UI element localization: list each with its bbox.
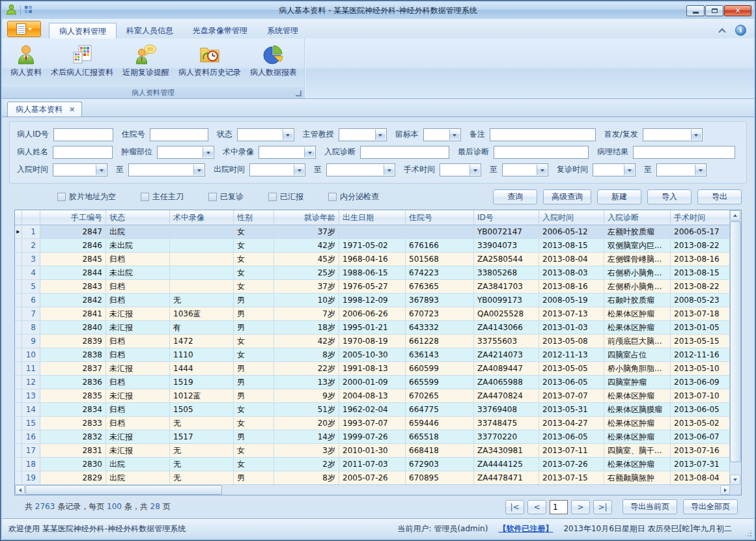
table-cell: 四脑室肿瘤 (604, 376, 671, 389)
pager-next-button[interactable]: > (571, 500, 590, 514)
table-row[interactable]: 42844未出院女25岁1988-06-15674223338052682013… (15, 266, 730, 280)
filter-combo[interactable] (249, 163, 305, 176)
ribbon-tab[interactable]: 系统管理 (257, 23, 308, 38)
column-header[interactable]: 入院诊断 (604, 210, 671, 225)
horizontal-scrollbar[interactable] (15, 484, 730, 495)
column-header[interactable]: 入院时间 (539, 210, 604, 225)
table-row[interactable]: 152833归档无女20岁1993-07-0765944633748475201… (15, 417, 730, 430)
table-row[interactable]: 172831未汇报无女3岁2010-01-30668418ZA343098120… (15, 444, 730, 458)
pager-first-button[interactable]: |< (505, 500, 524, 514)
table-row[interactable]: 62842归档无男10岁1998-12-09367893YB0099173200… (15, 294, 730, 307)
table-row[interactable]: 122836归档1519男13岁2000-01-09665599ZA406598… (15, 376, 730, 389)
filter-input[interactable] (53, 128, 113, 141)
filter-label: 入院诊断 (324, 146, 356, 158)
table-row[interactable]: 92839归档1472女42岁1970-08-19661228337556032… (15, 335, 730, 348)
column-header[interactable]: ID号 (474, 210, 539, 225)
filter-checkbox[interactable]: 主任主刀 (141, 191, 184, 202)
table-row[interactable]: 192829出院无男8岁2005-07-26670895ZA4478471201… (15, 471, 730, 485)
ribbon-tab[interactable]: 病人资料管理 (49, 23, 117, 38)
pager-prev-button[interactable]: < (527, 500, 546, 514)
tab-close-icon[interactable]: ✕ (69, 105, 75, 114)
filter-input[interactable] (490, 128, 596, 141)
table-row[interactable]: 52843归档女37岁1976-05-27676365ZA38417032013… (15, 280, 730, 294)
table-row[interactable]: 132835未汇报1012蓝男9岁2004-08-13670265ZA44708… (15, 389, 730, 403)
vertical-scroll-thumb[interactable] (730, 221, 741, 462)
filter-combo[interactable] (237, 128, 294, 141)
ribbon-button[interactable]: 近期复诊提醒 (118, 41, 174, 80)
filter-combo[interactable] (643, 128, 703, 141)
filter-combo[interactable] (502, 163, 548, 176)
filter-checkbox[interactable]: 已复诊 (208, 191, 244, 202)
scroll-left-icon[interactable] (15, 485, 25, 495)
filter-combo[interactable] (128, 163, 205, 176)
table-row[interactable]: 162832未汇报1517男14岁1999-07-266655183377022… (15, 430, 730, 444)
table-row[interactable]: 22846未出院女42岁1971-05-02676166339040732013… (15, 239, 730, 253)
collapse-ribbon-icon[interactable] (718, 27, 726, 34)
document-tab[interactable]: 病人基本资料 ✕ (7, 102, 82, 117)
table-row[interactable]: 182830出院无女2岁2011-07-03672903ZA4444125201… (15, 458, 730, 471)
query-button[interactable]: 查询 (493, 189, 537, 204)
export-button[interactable]: 导出 (697, 189, 742, 204)
vertical-scrollbar[interactable] (729, 210, 741, 485)
filter-combo[interactable] (593, 163, 636, 176)
maximize-button[interactable] (705, 5, 723, 16)
column-header[interactable]: 住院号 (406, 210, 474, 225)
table-row[interactable]: 82840未汇报有男18岁1995-01-21643332ZA414306620… (15, 321, 730, 335)
registered-link[interactable]: 【软件已注册】 (498, 523, 553, 534)
scroll-right-icon[interactable] (720, 485, 730, 495)
scroll-up-icon[interactable] (730, 210, 740, 221)
export-current-page-button[interactable]: 导出当前页 (623, 499, 677, 514)
column-header[interactable]: 出生日期 (339, 210, 406, 225)
table-row[interactable]: 102838归档1110女8岁2005-10-30636143ZA4214073… (15, 348, 730, 362)
filter-combo[interactable] (53, 163, 107, 176)
advanced-query-button[interactable]: 高级查询 (543, 189, 591, 204)
filter-input[interactable] (633, 146, 735, 159)
dialog-launcher-icon[interactable] (296, 90, 301, 96)
filter-combo[interactable] (339, 128, 387, 141)
ribbon-button[interactable]: 术后病人汇报资料 (46, 41, 118, 80)
filter-combo[interactable] (157, 146, 214, 159)
import-button[interactable]: 导入 (647, 189, 692, 204)
pager-last-button[interactable]: >| (593, 500, 612, 514)
horizontal-scroll-thumb[interactable] (25, 485, 222, 495)
filter-combo[interactable] (423, 128, 461, 141)
filter-input[interactable] (494, 146, 589, 159)
filter-checkbox[interactable]: 胶片地址为空 (57, 191, 116, 202)
table-row[interactable]: ▶12847出院女37岁YB00721472006-05-12左额叶胶质瘤200… (15, 225, 730, 239)
info-icon[interactable]: i (735, 25, 746, 36)
table-row[interactable]: 32845归档女45岁1968-04-16501568ZA25805442013… (15, 253, 730, 266)
minimize-button[interactable] (686, 5, 705, 16)
new-button[interactable]: 新建 (597, 189, 641, 204)
filter-combo[interactable] (326, 163, 395, 176)
column-header[interactable]: 状态 (106, 210, 170, 225)
column-header[interactable]: 术中录像 (170, 210, 234, 225)
ribbon-button[interactable]: 病人资料历史记录 (174, 41, 245, 80)
filter-combo[interactable] (656, 163, 707, 176)
app-menu-button[interactable] (7, 21, 41, 37)
filter-combo[interactable] (440, 163, 481, 176)
filter-combo[interactable] (259, 146, 316, 159)
column-header[interactable]: 就诊年龄 (274, 210, 339, 225)
ribbon-tab[interactable]: 光盘录像带管理 (183, 23, 257, 38)
filter-input[interactable] (150, 128, 208, 141)
resize-grip[interactable] (746, 531, 752, 537)
export-all-pages-button[interactable]: 导出全部页 (683, 499, 738, 514)
table-row[interactable]: 72841未汇报1036蓝男7岁2006-06-26670723QA002552… (15, 307, 730, 321)
table-row[interactable]: 112837未汇报1444男22岁1991-08-13660599ZA40894… (15, 362, 730, 376)
layout-icon[interactable] (24, 5, 33, 16)
filter-checkbox[interactable]: 已汇报 (268, 191, 303, 202)
column-header[interactable]: 手术时间 (671, 210, 730, 225)
column-header[interactable]: 性别 (234, 210, 274, 225)
filter-checkbox[interactable]: 内分泌检查 (328, 191, 379, 202)
ribbon-button[interactable]: 病人资料 (6, 41, 46, 80)
filter-input[interactable] (53, 146, 113, 159)
page-number-input[interactable] (550, 500, 568, 514)
filter-input[interactable] (360, 146, 449, 159)
filter-label: 出院时间 (214, 164, 245, 175)
ribbon-tab[interactable]: 科室人员信息 (117, 23, 183, 38)
close-button[interactable]: ✕ (724, 5, 751, 16)
column-header[interactable]: 手工编号 (40, 210, 106, 225)
scroll-down-icon[interactable] (730, 475, 740, 485)
table-row[interactable]: 142834归档1505女51岁1962-02-0466477533769408… (15, 403, 730, 417)
ribbon-button[interactable]: 病人数据报表 (245, 41, 301, 80)
